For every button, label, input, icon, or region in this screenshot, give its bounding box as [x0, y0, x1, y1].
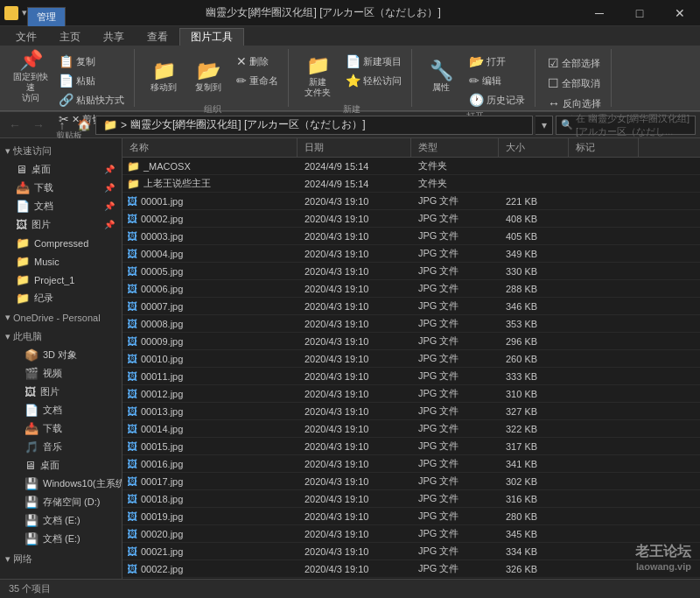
window-controls: ─ □ ✕: [579, 0, 700, 26]
minimize-button[interactable]: ─: [579, 0, 620, 26]
table-row[interactable]: 🖼 00001.jpg 2020/4/3 19:10 JPG 文件 221 KB: [122, 193, 700, 210]
paste-shortcut-button[interactable]: 🔗 粘贴快方式: [54, 91, 129, 109]
ribbon-tab-home[interactable]: 主页: [48, 28, 92, 46]
up-button[interactable]: ↑: [52, 115, 73, 136]
jpg-file-icon: 🖼: [127, 318, 137, 330]
select-all-button[interactable]: ☑ 全部选择: [543, 54, 606, 72]
table-row[interactable]: 🖼 00005.jpg 2020/4/3 19:10 JPG 文件 330 KB: [122, 263, 700, 280]
sidebar-item-compressed[interactable]: 📁 Compressed: [0, 234, 122, 252]
ribbon-tab-view[interactable]: 查看: [136, 28, 179, 46]
col-header-date[interactable]: 日期: [298, 138, 411, 158]
status-bar: 35 个项目: [0, 579, 700, 598]
pin-quick-access-button[interactable]: 📌 固定到快速访问: [10, 53, 52, 102]
sidebar-item-drive-e1[interactable]: 💾 文档 (E:): [0, 511, 122, 530]
delete-label: 删除: [249, 55, 269, 68]
edit-button[interactable]: ✏ 编辑: [465, 72, 529, 89]
table-row[interactable]: 🖼 00021.jpg 2020/4/3 19:10 JPG 文件 334 KB: [122, 543, 700, 560]
table-row[interactable]: 🖼 00011.jpg 2020/4/3 19:10 JPG 文件 333 KB: [122, 368, 700, 385]
sidebar-item-drive-d[interactable]: 💾 存储空间 (D:): [0, 493, 122, 511]
sidebar-item-drive-c[interactable]: 💾 Windows10(主系统)(C:): [0, 475, 122, 493]
organize-small: ✕ 删除 ✏ 重命名: [232, 53, 283, 89]
table-row[interactable]: 🖼 00013.jpg 2020/4/3 19:10 JPG 文件 327 KB: [122, 403, 700, 420]
forward-button[interactable]: →: [28, 115, 49, 136]
sidebar-item-documents[interactable]: 📄 文档 📌: [0, 197, 122, 215]
ribbon-tab-share[interactable]: 共享: [92, 28, 136, 46]
delete-button[interactable]: ✕ 删除: [232, 53, 283, 70]
open-button[interactable]: 📂 打开: [465, 53, 529, 70]
table-row[interactable]: 🖼 00002.jpg 2020/4/3 19:10 JPG 文件 408 KB: [122, 210, 700, 228]
onedrive-header[interactable]: ▾ OneDrive - Personal: [0, 309, 122, 326]
sidebar-item-downloads[interactable]: 📥 下载 📌: [0, 179, 122, 197]
col-header-size[interactable]: 大小: [499, 138, 569, 158]
sidebar-item-videos[interactable]: 🎬 视频: [0, 364, 122, 383]
table-row[interactable]: 🖼 00018.jpg 2020/4/3 19:10 JPG 文件 316 KB: [122, 490, 700, 508]
table-row[interactable]: 🖼 00003.jpg 2020/4/3 19:10 JPG 文件 405 KB: [122, 228, 700, 245]
sidebar-item-desktop2[interactable]: 🖥 桌面: [0, 456, 122, 475]
back-button[interactable]: ←: [4, 115, 25, 136]
file-name-cell: 🖼 00001.jpg: [122, 195, 298, 208]
maximize-button[interactable]: □: [620, 0, 660, 26]
address-dropdown[interactable]: ▾: [536, 116, 553, 135]
jpg-file-icon: 🖼: [127, 230, 137, 243]
move-to-button[interactable]: 📁 移动到: [143, 53, 185, 102]
sidebar-item-documents2[interactable]: 📄 文档: [0, 401, 122, 419]
sidebar-item-desktop[interactable]: 🖥 桌面 📌: [0, 160, 122, 179]
table-row[interactable]: 📁 _MACOSX 2024/4/9 15:14 文件夹: [122, 158, 700, 175]
quickaccess-header[interactable]: ▾ 快速访问: [0, 142, 122, 160]
deselect-all-button[interactable]: ☐ 全部取消: [543, 74, 606, 92]
file-name-cell: 🖼 00017.jpg: [122, 475, 298, 488]
ribbon-tab-file[interactable]: 文件: [4, 28, 48, 46]
ribbon-group-select: ☑ 全部选择 ☐ 全部取消 ↔ 反向选择 选择: [538, 49, 612, 107]
table-row[interactable]: 🖼 00014.jpg 2020/4/3 19:10 JPG 文件 322 KB: [122, 420, 700, 438]
ribbon-tab-image-tools[interactable]: 图片工具: [179, 28, 244, 46]
col-header-type[interactable]: 类型: [411, 138, 499, 158]
paste-button[interactable]: 📄 粘贴: [54, 72, 129, 89]
new-item-button[interactable]: 📄 新建项目: [341, 53, 406, 70]
easy-access-button[interactable]: ⭐ 轻松访问: [341, 72, 406, 89]
table-row[interactable]: 🖼 00004.jpg 2020/4/3 19:10 JPG 文件 349 KB: [122, 245, 700, 263]
sidebar-item-records[interactable]: 📁 纪录: [0, 289, 122, 307]
sidebar-item-project1[interactable]: 📁 Project_1: [0, 271, 122, 289]
sidebar-item-drive-e2[interactable]: 💾 文档 (E:): [0, 530, 122, 548]
col-header-tag[interactable]: 标记: [569, 138, 639, 158]
sidebar-item-music[interactable]: 📁 Music: [0, 252, 122, 271]
table-row[interactable]: 🖼 00009.jpg 2020/4/3 19:10 JPG 文件 296 KB: [122, 333, 700, 350]
table-row[interactable]: 🖼 00019.jpg 2020/4/3 19:10 JPG 文件 280 KB: [122, 508, 700, 525]
file-size: 326 KB: [499, 564, 569, 574]
table-row[interactable]: 🖼 00007.jpg 2020/4/3 19:10 JPG 文件 346 KB: [122, 298, 700, 315]
table-row[interactable]: 🖼 00015.jpg 2020/4/3 19:10 JPG 文件 317 KB: [122, 438, 700, 455]
network-header[interactable]: ▾ 网络: [0, 550, 122, 568]
copy-to-button[interactable]: 📂 复制到: [187, 53, 229, 102]
properties-button[interactable]: 🔧 属性: [420, 53, 462, 102]
table-row[interactable]: 🖼 00008.jpg 2020/4/3 19:10 JPG 文件 353 KB: [122, 315, 700, 333]
copy-button[interactable]: 📋 复制: [54, 53, 129, 70]
address-input[interactable]: 📁 > 幽靈少女[網华圈汉化组] [アルカー区（なだしお）]: [95, 116, 533, 135]
thispc-header[interactable]: ▾ 此电脑: [0, 327, 122, 346]
search-box[interactable]: 🔍 在 幽靈少女[網华圈汉化组] [アルカー区（なだし...: [556, 116, 696, 135]
table-row[interactable]: 📁 上老王说些主王 2024/4/9 15:14 文件夹: [122, 175, 700, 193]
close-button[interactable]: ✕: [660, 0, 700, 26]
sidebar-item-pictures[interactable]: 🖼 图片 📌: [0, 215, 122, 234]
table-row[interactable]: 🖼 00010.jpg 2020/4/3 19:10 JPG 文件 260 KB: [122, 350, 700, 368]
sidebar-item-music2[interactable]: 🎵 音乐: [0, 438, 122, 456]
move-label: 移动到: [150, 82, 177, 93]
table-row[interactable]: 🖼 00012.jpg 2020/4/3 19:10 JPG 文件 310 KB: [122, 385, 700, 403]
invert-selection-button[interactable]: ↔ 反向选择: [543, 95, 606, 112]
file-name-cell: 🖼 00011.jpg: [122, 370, 298, 383]
col-header-name[interactable]: 名称: [122, 138, 298, 158]
sidebar-item-3d[interactable]: 📦 3D 对象: [0, 346, 122, 364]
table-row[interactable]: 🖼 00020.jpg 2020/4/3 19:10 JPG 文件 345 KB: [122, 525, 700, 543]
history-button[interactable]: 🕐 历史记录: [465, 91, 529, 109]
table-row[interactable]: 🖼 00022.jpg 2020/4/3 19:10 JPG 文件 326 KB: [122, 560, 700, 578]
table-row[interactable]: 🖼 00006.jpg 2020/4/3 19:10 JPG 文件 288 KB: [122, 280, 700, 298]
table-row[interactable]: 🖼 00023.jpg 2020/4/3 19:11 JPG 文件 360 KB: [122, 578, 700, 579]
title-tab-manage[interactable]: 管理: [27, 7, 66, 26]
file-type: 文件夹: [411, 177, 499, 190]
sidebar-item-downloads2[interactable]: 📥 下载: [0, 419, 122, 438]
new-folder-button[interactable]: 📁 新建文件夹: [297, 53, 339, 102]
sidebar-item-pictures2[interactable]: 🖼 图片: [0, 383, 122, 401]
rename-button[interactable]: ✏ 重命名: [232, 72, 283, 89]
sidebar-documents-label: 文档: [34, 200, 53, 213]
table-row[interactable]: 🖼 00017.jpg 2020/4/3 19:10 JPG 文件 302 KB: [122, 473, 700, 490]
table-row[interactable]: 🖼 00016.jpg 2020/4/3 19:10 JPG 文件 341 KB: [122, 455, 700, 473]
